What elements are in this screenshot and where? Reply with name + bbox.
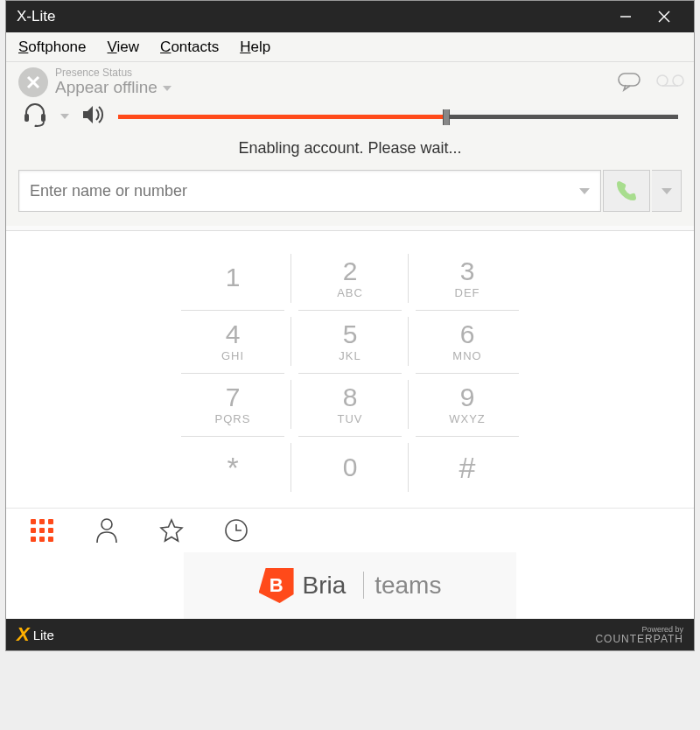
app-window: X-Lite Softphone View Contacts Help Pres… [5,0,695,651]
dialpad-key-6[interactable]: 6MNO [409,310,526,373]
dialpad-key-0[interactable]: 0 [291,436,409,499]
dialpad-key-9[interactable]: 9WXYZ [409,373,526,436]
tab-favorites[interactable] [158,517,185,544]
bria-brand: Bria [303,572,346,599]
svg-rect-10 [41,114,46,122]
star-icon [158,517,185,544]
presence-offline-icon[interactable] [18,67,48,97]
powered-by: Powered by COUNTERPATH [595,626,683,644]
dialpad-key-3[interactable]: 3DEF [409,247,526,310]
dialpad-key-8[interactable]: 8TUV [291,373,409,436]
close-button[interactable] [645,1,683,32]
dialpad-key-4[interactable]: 4GHI [174,310,291,373]
speaker-icon[interactable] [81,104,106,129]
footer-brand: Lite [33,628,54,642]
dialpad-key-2[interactable]: 2ABC [291,247,409,310]
volume-slider[interactable] [118,108,678,125]
person-icon [94,517,119,544]
svg-rect-9 [24,114,29,122]
grid-icon [31,519,53,542]
minimize-button[interactable] [606,1,645,32]
presence-bar: Presence Status Appear offline [6,62,694,97]
svg-point-11 [35,125,38,128]
bria-sub: teams [363,572,441,599]
svg-point-7 [673,75,683,86]
dial-input-row [6,170,694,226]
menu-help[interactable]: Help [240,39,270,56]
menu-contacts[interactable]: Contacts [160,39,219,56]
voicemail-icon[interactable] [655,72,682,93]
call-dropdown-button[interactable] [652,170,682,212]
tab-contacts[interactable] [94,517,120,544]
svg-point-12 [102,519,112,530]
titlebar: X-Lite [6,1,694,32]
dial-input-box[interactable] [18,170,601,212]
dialpad-key-star[interactable]: * [174,436,291,499]
presence-value: Appear offline [55,79,158,97]
dialpad-key-1[interactable]: 1 [174,247,291,310]
clock-icon [223,517,249,544]
headset-icon[interactable] [22,102,48,130]
status-text: Enabling account. Please wait... [6,130,694,170]
slider-fill [118,115,443,119]
window-title: X-Lite [17,8,606,25]
main-panel: 1 2ABC 3DEF 4GHI 5JKL 6MNO 7PQRS 8TUV 9W… [6,226,694,619]
headset-dropdown-icon[interactable] [60,114,69,119]
chat-icon[interactable] [617,72,643,93]
footer: X Lite Powered by COUNTERPATH [6,619,694,650]
dialpad-key-5[interactable]: 5JKL [291,310,409,373]
footer-logo: X Lite [17,623,54,646]
bria-logo-icon: B [259,568,294,603]
dial-dropdown-icon[interactable] [579,188,590,194]
tab-bar [6,508,694,552]
audio-row [6,97,694,130]
menu-view[interactable]: View [108,39,140,56]
tab-history[interactable] [223,517,249,544]
svg-point-6 [657,75,668,86]
menubar: Softphone View Contacts Help [6,32,694,62]
tab-dialpad[interactable] [29,517,55,544]
dial-input[interactable] [30,182,579,200]
dialpad: 1 2ABC 3DEF 4GHI 5JKL 6MNO 7PQRS 8TUV 9W… [6,231,694,508]
dialpad-key-7[interactable]: 7PQRS [174,373,291,436]
chevron-down-icon [662,188,672,194]
chevron-down-icon [163,86,172,91]
svg-rect-5 [619,74,640,86]
bria-teams-banner[interactable]: B Bria teams [184,552,516,619]
menu-softphone[interactable]: Softphone [18,39,87,56]
call-button[interactable] [603,170,650,212]
slider-thumb[interactable] [443,109,450,125]
x-icon: X [17,623,30,646]
presence-dropdown[interactable]: Presence Status Appear offline [55,67,172,97]
dialpad-key-hash[interactable]: # [409,436,526,499]
